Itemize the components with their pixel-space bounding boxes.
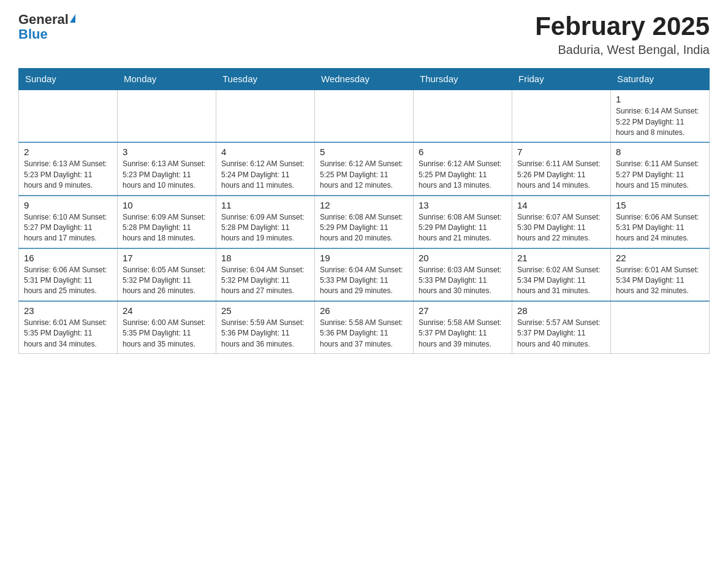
- day-info: Sunrise: 6:13 AM Sunset: 5:23 PM Dayligh…: [24, 159, 112, 191]
- day-info: Sunrise: 6:14 AM Sunset: 5:22 PM Dayligh…: [616, 106, 704, 138]
- day-number: 18: [221, 253, 309, 263]
- day-number: 25: [221, 305, 309, 316]
- day-number: 26: [320, 305, 408, 316]
- calendar-header-row: SundayMondayTuesdayWednesdayThursdayFrid…: [19, 69, 710, 90]
- day-info: Sunrise: 6:04 AM Sunset: 5:32 PM Dayligh…: [221, 265, 309, 297]
- day-number: 2: [24, 147, 112, 157]
- day-number: 15: [616, 200, 704, 210]
- day-info: Sunrise: 6:08 AM Sunset: 5:29 PM Dayligh…: [419, 212, 507, 244]
- calendar-cell: 9Sunrise: 6:10 AM Sunset: 5:27 PM Daylig…: [19, 196, 118, 248]
- day-number: 28: [517, 305, 605, 316]
- calendar-week-1: 1Sunrise: 6:14 AM Sunset: 5:22 PM Daylig…: [19, 90, 710, 142]
- calendar-cell: 16Sunrise: 6:06 AM Sunset: 5:31 PM Dayli…: [19, 248, 118, 301]
- calendar-table: SundayMondayTuesdayWednesdayThursdayFrid…: [18, 68, 710, 354]
- calendar-cell: 20Sunrise: 6:03 AM Sunset: 5:33 PM Dayli…: [414, 248, 512, 301]
- calendar-cell: 1Sunrise: 6:14 AM Sunset: 5:22 PM Daylig…: [611, 90, 710, 142]
- day-number: 22: [616, 253, 704, 263]
- day-info: Sunrise: 6:02 AM Sunset: 5:34 PM Dayligh…: [517, 265, 605, 297]
- day-number: 24: [123, 305, 211, 316]
- logo: General Blue: [18, 12, 75, 42]
- calendar-cell: 26Sunrise: 5:58 AM Sunset: 5:36 PM Dayli…: [315, 301, 414, 354]
- day-info: Sunrise: 5:58 AM Sunset: 5:36 PM Dayligh…: [320, 318, 408, 350]
- day-info: Sunrise: 6:12 AM Sunset: 5:25 PM Dayligh…: [320, 159, 408, 191]
- logo-general-text: General: [18, 12, 69, 27]
- day-info: Sunrise: 5:58 AM Sunset: 5:37 PM Dayligh…: [419, 318, 507, 350]
- day-number: 9: [24, 200, 112, 210]
- day-info: Sunrise: 6:07 AM Sunset: 5:30 PM Dayligh…: [517, 212, 605, 244]
- day-number: 6: [419, 147, 507, 157]
- day-info: Sunrise: 6:09 AM Sunset: 5:28 PM Dayligh…: [123, 212, 211, 244]
- day-number: 4: [221, 147, 309, 157]
- logo-blue-text: Blue: [18, 27, 48, 42]
- day-info: Sunrise: 6:11 AM Sunset: 5:27 PM Dayligh…: [616, 159, 704, 191]
- calendar-cell: [414, 90, 512, 142]
- day-info: Sunrise: 6:00 AM Sunset: 5:35 PM Dayligh…: [123, 318, 211, 350]
- calendar-cell: 12Sunrise: 6:08 AM Sunset: 5:29 PM Dayli…: [315, 196, 414, 248]
- calendar-cell: 8Sunrise: 6:11 AM Sunset: 5:27 PM Daylig…: [611, 142, 710, 195]
- day-number: 10: [123, 200, 211, 210]
- calendar-cell: [216, 90, 315, 142]
- calendar-cell: [19, 90, 118, 142]
- day-number: 13: [419, 200, 507, 210]
- calendar-cell: 3Sunrise: 6:13 AM Sunset: 5:23 PM Daylig…: [118, 142, 216, 195]
- weekday-header-friday: Friday: [512, 69, 611, 90]
- calendar-cell: 14Sunrise: 6:07 AM Sunset: 5:30 PM Dayli…: [512, 196, 611, 248]
- calendar-cell: [512, 90, 611, 142]
- calendar-cell: 25Sunrise: 5:59 AM Sunset: 5:36 PM Dayli…: [216, 301, 315, 354]
- day-number: 27: [419, 305, 507, 316]
- day-number: 20: [419, 253, 507, 263]
- day-info: Sunrise: 6:06 AM Sunset: 5:31 PM Dayligh…: [24, 265, 112, 297]
- day-number: 3: [123, 147, 211, 157]
- title-block: February 2025 Baduria, West Bengal, Indi…: [535, 12, 710, 57]
- calendar-cell: 27Sunrise: 5:58 AM Sunset: 5:37 PM Dayli…: [414, 301, 512, 354]
- calendar-week-5: 23Sunrise: 6:01 AM Sunset: 5:35 PM Dayli…: [19, 301, 710, 354]
- day-info: Sunrise: 6:09 AM Sunset: 5:28 PM Dayligh…: [221, 212, 309, 244]
- day-number: 19: [320, 253, 408, 263]
- day-info: Sunrise: 6:03 AM Sunset: 5:33 PM Dayligh…: [419, 265, 507, 297]
- day-info: Sunrise: 6:10 AM Sunset: 5:27 PM Dayligh…: [24, 212, 112, 244]
- day-number: 5: [320, 147, 408, 157]
- day-number: 14: [517, 200, 605, 210]
- day-number: 17: [123, 253, 211, 263]
- day-number: 1: [616, 94, 704, 104]
- day-info: Sunrise: 5:57 AM Sunset: 5:37 PM Dayligh…: [517, 318, 605, 350]
- day-info: Sunrise: 6:01 AM Sunset: 5:35 PM Dayligh…: [24, 318, 112, 350]
- calendar-cell: 15Sunrise: 6:06 AM Sunset: 5:31 PM Dayli…: [611, 196, 710, 248]
- day-info: Sunrise: 6:06 AM Sunset: 5:31 PM Dayligh…: [616, 212, 704, 244]
- day-info: Sunrise: 6:12 AM Sunset: 5:24 PM Dayligh…: [221, 159, 309, 191]
- calendar-cell: 2Sunrise: 6:13 AM Sunset: 5:23 PM Daylig…: [19, 142, 118, 195]
- calendar-cell: 11Sunrise: 6:09 AM Sunset: 5:28 PM Dayli…: [216, 196, 315, 248]
- weekday-header-wednesday: Wednesday: [315, 69, 414, 90]
- day-number: 7: [517, 147, 605, 157]
- day-info: Sunrise: 6:12 AM Sunset: 5:25 PM Dayligh…: [419, 159, 507, 191]
- calendar-week-3: 9Sunrise: 6:10 AM Sunset: 5:27 PM Daylig…: [19, 196, 710, 248]
- day-info: Sunrise: 6:04 AM Sunset: 5:33 PM Dayligh…: [320, 265, 408, 297]
- calendar-cell: 10Sunrise: 6:09 AM Sunset: 5:28 PM Dayli…: [118, 196, 216, 248]
- day-number: 11: [221, 200, 309, 210]
- calendar-cell: 28Sunrise: 5:57 AM Sunset: 5:37 PM Dayli…: [512, 301, 611, 354]
- weekday-header-monday: Monday: [118, 69, 216, 90]
- calendar-week-4: 16Sunrise: 6:06 AM Sunset: 5:31 PM Dayli…: [19, 248, 710, 301]
- day-number: 12: [320, 200, 408, 210]
- calendar-cell: 17Sunrise: 6:05 AM Sunset: 5:32 PM Dayli…: [118, 248, 216, 301]
- calendar-cell: 24Sunrise: 6:00 AM Sunset: 5:35 PM Dayli…: [118, 301, 216, 354]
- day-info: Sunrise: 6:13 AM Sunset: 5:23 PM Dayligh…: [123, 159, 211, 191]
- day-info: Sunrise: 5:59 AM Sunset: 5:36 PM Dayligh…: [221, 318, 309, 350]
- calendar-cell: 19Sunrise: 6:04 AM Sunset: 5:33 PM Dayli…: [315, 248, 414, 301]
- day-info: Sunrise: 6:01 AM Sunset: 5:34 PM Dayligh…: [616, 265, 704, 297]
- page-header: General Blue February 2025 Baduria, West…: [18, 12, 710, 57]
- day-info: Sunrise: 6:11 AM Sunset: 5:26 PM Dayligh…: [517, 159, 605, 191]
- main-title: February 2025: [535, 12, 710, 40]
- calendar-cell: 6Sunrise: 6:12 AM Sunset: 5:25 PM Daylig…: [414, 142, 512, 195]
- calendar-cell: [118, 90, 216, 142]
- calendar-cell: 22Sunrise: 6:01 AM Sunset: 5:34 PM Dayli…: [611, 248, 710, 301]
- calendar-cell: 7Sunrise: 6:11 AM Sunset: 5:26 PM Daylig…: [512, 142, 611, 195]
- calendar-cell: 21Sunrise: 6:02 AM Sunset: 5:34 PM Dayli…: [512, 248, 611, 301]
- calendar-week-2: 2Sunrise: 6:13 AM Sunset: 5:23 PM Daylig…: [19, 142, 710, 195]
- weekday-header-tuesday: Tuesday: [216, 69, 315, 90]
- day-info: Sunrise: 6:05 AM Sunset: 5:32 PM Dayligh…: [123, 265, 211, 297]
- calendar-cell: [611, 301, 710, 354]
- day-number: 23: [24, 305, 112, 316]
- subtitle: Baduria, West Bengal, India: [535, 43, 710, 57]
- logo-triangle-icon: [70, 14, 75, 23]
